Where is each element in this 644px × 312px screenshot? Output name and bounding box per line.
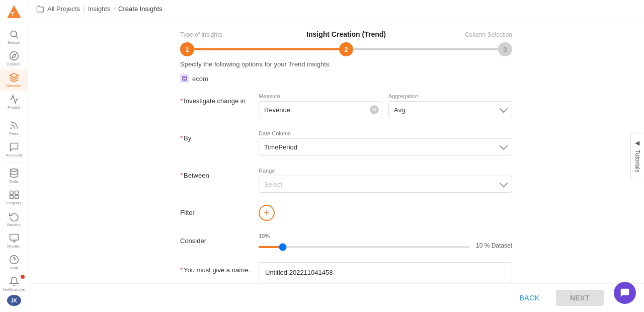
sidebar-item-predict[interactable]: Predict (0, 91, 28, 113)
sidebar-item-search[interactable]: Search (0, 26, 28, 48)
back-button[interactable]: BACK (512, 290, 548, 306)
date-column-group: Date Column TimePeriod (259, 130, 512, 155)
folder-icon (36, 5, 44, 13)
name-fields (259, 262, 512, 282)
breadcrumb-insights[interactable]: Insights (88, 5, 111, 13)
svg-point-4 (10, 52, 18, 60)
sidebar-item-monitor[interactable]: Monitor (0, 230, 28, 252)
user-avatar[interactable]: JK (7, 295, 21, 306)
name-input[interactable] (259, 262, 512, 282)
step2-circle: 2 (339, 42, 353, 56)
step-connector-1 (194, 48, 339, 50)
sidebar-label-monitor: Monitor (7, 244, 21, 249)
step2-label: Insight Creation (Trend) (240, 30, 452, 38)
range-chevron-icon (500, 179, 508, 188)
breadcrumb-all-projects[interactable]: All Projects (47, 5, 80, 13)
bottom-bar: BACK NEXT (28, 283, 644, 312)
insight-form: *Investigate change in Measure Revenue ✕… (180, 93, 512, 282)
aggregation-value: Avg (394, 106, 405, 114)
consider-label: Consider (180, 233, 251, 245)
sidebar-item-backup[interactable]: Backup (0, 208, 28, 230)
add-filter-button[interactable]: + (259, 205, 275, 221)
svg-marker-5 (12, 54, 16, 57)
svg-point-6 (11, 128, 12, 129)
sidebar-item-feed[interactable]: Feed (0, 117, 28, 139)
breadcrumb: All Projects / Insights / Create Insight… (28, 0, 644, 18)
breadcrumb-sep2: / (113, 5, 115, 13)
name-label: *You must give a name. (180, 262, 251, 274)
svg-rect-8 (10, 191, 13, 195)
app-logo[interactable]: T (6, 4, 22, 22)
svg-rect-10 (10, 195, 13, 199)
sidebar-item-projects[interactable]: Projects (0, 187, 28, 208)
investigate-label: *Investigate change in (180, 93, 251, 105)
sidebar-label-search: Search (8, 40, 20, 45)
slider-track-wrapper (259, 241, 470, 250)
sidebar-item-data[interactable]: Data (0, 165, 28, 187)
range-select[interactable]: Select (259, 176, 512, 193)
aggregation-select[interactable]: Avg (388, 101, 512, 118)
svg-rect-9 (15, 191, 18, 195)
step1-label: Type of insights (180, 31, 240, 38)
date-column-select[interactable]: TimePeriod (259, 138, 512, 155)
filter-row: Filter + (180, 205, 512, 221)
sidebar-item-notifications[interactable]: Notifications (0, 273, 28, 295)
sidebar-item-assistant[interactable]: Assistant (0, 139, 28, 161)
filter-label: Filter (180, 205, 251, 216)
sidebar-label-assistant: Assistant (6, 153, 22, 158)
sidebar-item-discover[interactable]: Discover (0, 69, 28, 91)
breadcrumb-create-insights: Create Insights (118, 5, 162, 13)
tutorials-arrow-icon: ◀ (634, 139, 641, 146)
sidebar-label-help: Help (10, 266, 18, 270)
range-label: Range (259, 168, 512, 174)
range-group: Range Select (259, 168, 512, 193)
dataset-label-row: ecom (180, 74, 512, 83)
between-label: *Between (180, 168, 251, 179)
date-column-label: Date Column (259, 130, 512, 136)
range-placeholder: Select (264, 181, 282, 188)
svg-rect-12 (10, 235, 18, 241)
between-row: *Between Range Select (180, 168, 512, 193)
between-fields: Range Select (259, 168, 512, 193)
svg-point-2 (11, 31, 17, 37)
measure-input[interactable]: Revenue ✕ (259, 101, 382, 118)
sidebar-divider-2 (5, 163, 23, 163)
chat-button[interactable] (614, 282, 636, 304)
sidebar-item-explore[interactable]: Explore (0, 48, 28, 69)
sidebar-label-notifications: Notifications (3, 287, 25, 292)
name-row: *You must give a name. (180, 262, 512, 282)
svg-rect-11 (15, 195, 18, 199)
slider-percent-label: 10% (259, 233, 512, 239)
aggregation-label: Aggregation (388, 93, 512, 99)
svg-text:T: T (11, 11, 15, 17)
investigate-required: * (180, 97, 183, 105)
date-column-value: TimePeriod (264, 143, 297, 151)
sidebar-item-help[interactable]: Help (0, 252, 28, 273)
slider-row: 10 % Dataset (259, 241, 512, 250)
sidebar-label-predict: Predict (8, 105, 20, 110)
form-subtitle: Specify the following options for your T… (180, 60, 512, 68)
breadcrumb-sep1: / (83, 5, 85, 13)
by-fields: Date Column TimePeriod (259, 130, 512, 155)
step-connector-2 (353, 48, 498, 50)
notification-badge (21, 275, 25, 279)
svg-point-17 (183, 76, 187, 78)
steps-labels-row: Type of insights Insight Creation (Trend… (180, 30, 512, 56)
svg-point-7 (10, 169, 18, 172)
sidebar-label-projects: Projects (7, 201, 21, 205)
slider-dataset-label: 10 % Dataset (476, 242, 512, 249)
tutorials-tab[interactable]: ◀ Tutorials (630, 133, 644, 179)
sidebar-label-discover: Discover (6, 84, 22, 88)
measure-clear-button[interactable]: ✕ (370, 105, 379, 114)
measure-label: Measure (259, 93, 382, 99)
investigate-fields: Measure Revenue ✕ Aggregation Avg (259, 93, 512, 118)
by-label: *By (180, 130, 251, 142)
consider-slider[interactable] (259, 246, 470, 248)
investigate-row: *Investigate change in Measure Revenue ✕… (180, 93, 512, 118)
date-column-chevron-icon (500, 142, 508, 150)
next-button[interactable]: NEXT (556, 290, 604, 306)
step3-circle: 3 (498, 42, 512, 56)
measure-value: Revenue (264, 106, 290, 114)
aggregation-group: Aggregation Avg (388, 93, 512, 118)
consider-fields: 10% 10 % Dataset (259, 233, 512, 250)
